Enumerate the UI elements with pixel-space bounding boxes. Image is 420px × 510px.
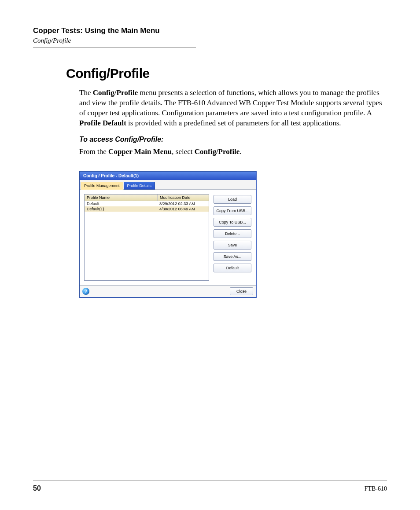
bold-term: Config/Profile [195,147,240,156]
chapter-title: Copper Tests: Using the Main Menu [33,26,387,35]
bold-term: Profile Default [79,119,126,127]
bold-term: Config/Profile [93,88,138,97]
bold-term: Copper Main Menu [108,147,172,156]
window-body: Profile Name Modification Date Default 8… [80,190,256,285]
screenshot-window: Config / Profile - Default(1) Profile Ma… [79,171,256,297]
load-button[interactable]: Load [214,195,251,204]
save-as-button[interactable]: Save As... [214,252,251,261]
header-rule [33,47,196,48]
save-button[interactable]: Save [214,241,251,249]
intro-paragraph: The Config/Profile menu presents a selec… [79,88,387,128]
product-code: FTB-610 [365,485,387,492]
page-footer: 50 FTB-610 [33,481,387,492]
cell-name: Default [85,201,157,206]
side-buttons: Load Copy From USB... Copy To USB... Del… [214,194,251,281]
col-mod-date[interactable]: Modification Date [158,194,209,201]
text: From the [79,147,108,156]
access-subheading: To access Config/Profile: [79,136,387,143]
text: , select [172,147,194,156]
copy-to-usb-button[interactable]: Copy To USB... [214,218,251,227]
delete-button[interactable]: Delete... [214,229,251,238]
copy-from-usb-button[interactable]: Copy From USB... [214,206,251,215]
table-row[interactable]: Default 8/29/2012 02:33 AM [85,201,209,206]
profile-table: Profile Name Modification Date Default 8… [84,194,209,281]
page-number: 50 [33,484,41,492]
text: is provided with a predefined set of par… [126,119,341,127]
access-paragraph: From the Copper Main Menu, select Config… [79,147,387,157]
text: . [239,147,241,156]
col-profile-name[interactable]: Profile Name [85,194,158,201]
cell-name: Default(1) [85,206,157,212]
section-title: Config/Profile [66,66,387,81]
tab-bar: Profile Management Profile Details [80,180,256,190]
cell-date: 4/30/2012 06:49 AM [157,206,209,212]
table-row[interactable]: Default(1) 4/30/2012 06:49 AM [85,206,209,212]
help-icon[interactable]: ? [82,288,89,295]
close-button[interactable]: Close [230,287,253,295]
default-button[interactable]: Default [214,264,251,272]
page-header: Copper Tests: Using the Main Menu Config… [33,26,387,48]
tab-profile-management[interactable]: Profile Management [81,182,123,190]
window-titlebar: Config / Profile - Default(1) [80,172,256,180]
text: The [79,88,93,97]
section-subtitle: Config/Profile [33,37,387,44]
tab-profile-details[interactable]: Profile Details [124,182,155,190]
table-header: Profile Name Modification Date [85,194,209,201]
window-footer: ? Close [80,285,256,297]
cell-date: 8/29/2012 02:33 AM [157,201,209,206]
